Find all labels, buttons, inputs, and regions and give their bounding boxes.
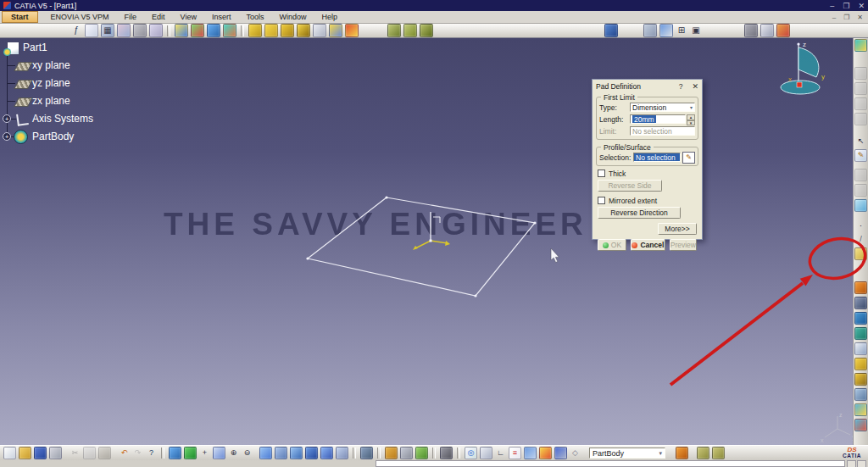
slot-icon[interactable] bbox=[854, 373, 867, 386]
battery-icon[interactable] bbox=[643, 24, 657, 37]
mean-dimensions-icon[interactable]: ≡ bbox=[509, 447, 521, 459]
remove-loft-icon[interactable] bbox=[854, 419, 867, 431]
undo-icon[interactable]: ↶ bbox=[119, 448, 130, 459]
map-icon[interactable] bbox=[191, 24, 204, 37]
solid-half-icon[interactable] bbox=[297, 24, 310, 37]
compass[interactable]: z y x bbox=[781, 41, 825, 94]
zoom-out-icon[interactable]: ⊖ bbox=[242, 448, 253, 459]
update-icon[interactable] bbox=[539, 447, 552, 459]
solid-cylinder-icon[interactable] bbox=[281, 24, 294, 37]
levels-icon[interactable] bbox=[554, 447, 567, 459]
filter-icon[interactable] bbox=[149, 24, 163, 37]
section-box-icon[interactable] bbox=[854, 199, 867, 212]
menu-item-file[interactable]: File bbox=[117, 13, 145, 21]
khaki-tool-icon-1[interactable] bbox=[697, 447, 709, 459]
solid-cone-icon[interactable] bbox=[264, 24, 278, 37]
plane-icon[interactable] bbox=[854, 247, 867, 260]
tree-item-label[interactable]: yz plane bbox=[32, 77, 70, 89]
measure-item-icon[interactable] bbox=[400, 447, 413, 459]
type-select[interactable]: Dimension ▾ bbox=[630, 103, 695, 112]
expander-icon[interactable]: + bbox=[3, 114, 11, 123]
pad-icon[interactable] bbox=[854, 281, 867, 294]
menu-item-enovia-v5-vpm[interactable]: ENOVIA V5 VPM bbox=[43, 13, 117, 21]
tree-item-label[interactable]: PartBody bbox=[32, 131, 74, 142]
zoom-in-icon[interactable]: ⊕ bbox=[228, 448, 239, 459]
help-icon[interactable]: ? bbox=[146, 448, 157, 459]
iso-view-icon[interactable] bbox=[290, 447, 303, 459]
plane-white-icon[interactable]: ◇ bbox=[570, 448, 581, 459]
save-icon[interactable] bbox=[34, 447, 47, 459]
length-input[interactable]: 20mm bbox=[630, 114, 686, 124]
workbench-icon[interactable] bbox=[854, 39, 867, 52]
menu-item-view[interactable]: View bbox=[173, 13, 204, 21]
tree-item-xy-plane[interactable]: xy plane bbox=[0, 57, 136, 75]
tree-item-zx-plane[interactable]: zx plane bbox=[0, 92, 136, 110]
axis-system-icon[interactable]: ∟ bbox=[495, 448, 506, 459]
constraint-icon[interactable] bbox=[524, 447, 537, 459]
formula-icon[interactable]: ƒ bbox=[70, 25, 82, 36]
solid-box-icon[interactable] bbox=[248, 24, 262, 37]
point-icon[interactable]: · bbox=[855, 220, 866, 231]
body-selector[interactable]: PartBody▾ bbox=[589, 448, 665, 459]
line-icon[interactable]: / bbox=[855, 234, 866, 245]
render-light-icon[interactable] bbox=[760, 24, 774, 37]
tree-root-label[interactable]: Part1 bbox=[23, 42, 47, 53]
product-structure-icon[interactable] bbox=[117, 24, 131, 37]
tree-item-yz-plane[interactable]: yz plane bbox=[0, 75, 136, 92]
calculator-icon[interactable]: ▦ bbox=[101, 24, 114, 37]
paint-icon[interactable] bbox=[175, 24, 188, 37]
tree-item-label[interactable]: xy plane bbox=[32, 59, 70, 71]
normal-view-icon[interactable] bbox=[259, 447, 272, 459]
step-down-icon[interactable]: ▾ bbox=[687, 120, 695, 126]
menu-item-edit[interactable]: Edit bbox=[144, 13, 173, 21]
catalog-browser-icon[interactable]: ◎ bbox=[465, 447, 477, 459]
menu-item-window[interactable]: Window bbox=[271, 13, 314, 21]
power-input[interactable] bbox=[376, 460, 845, 467]
tree-item-label[interactable]: zx plane bbox=[32, 95, 70, 107]
wire-box-icon[interactable] bbox=[313, 24, 326, 37]
tree-item-root[interactable]: Part1 bbox=[0, 39, 136, 57]
person-icon[interactable] bbox=[776, 24, 790, 37]
close-button[interactable]: ✕ bbox=[858, 2, 865, 10]
minimize-button[interactable]: – bbox=[830, 2, 834, 10]
checker-icon-3[interactable] bbox=[420, 24, 433, 37]
doc-minimize-button[interactable]: – bbox=[832, 14, 836, 21]
stiffener-icon[interactable] bbox=[854, 388, 867, 401]
fly-icon[interactable] bbox=[169, 447, 181, 459]
lock-icon[interactable] bbox=[133, 24, 147, 37]
print-icon[interactable] bbox=[49, 447, 62, 459]
grid-icon[interactable]: ⊞ bbox=[676, 25, 687, 36]
tree-item-label[interactable]: Axis Systems bbox=[32, 113, 93, 125]
tree-item-partbody[interactable]: +PartBody bbox=[0, 128, 136, 146]
tree-item-axis-systems[interactable]: +Axis Systems bbox=[0, 110, 136, 128]
reverse-direction-button[interactable]: Reverse Direction bbox=[598, 207, 681, 219]
groove-icon[interactable] bbox=[854, 327, 867, 340]
hide-show-icon[interactable] bbox=[360, 447, 373, 459]
rib-icon[interactable] bbox=[854, 358, 867, 370]
go-to-sketch-button[interactable]: ✎ bbox=[682, 152, 695, 164]
new-file-icon[interactable] bbox=[3, 447, 16, 459]
columns-icon[interactable] bbox=[659, 24, 673, 37]
layers-icon[interactable] bbox=[223, 24, 236, 37]
select-arrow-icon[interactable]: ↖ bbox=[855, 136, 866, 147]
profile-selection-field[interactable]: No selection bbox=[633, 153, 681, 162]
render-camera-icon[interactable] bbox=[744, 24, 758, 37]
expander-icon[interactable]: + bbox=[3, 132, 11, 141]
sphere-axis-icon[interactable] bbox=[329, 24, 342, 37]
globe-icon[interactable] bbox=[207, 24, 220, 37]
rotate-icon[interactable] bbox=[213, 447, 225, 459]
mirrored-extent-checkbox[interactable] bbox=[598, 197, 605, 204]
dialog-help-button[interactable]: ? bbox=[679, 82, 683, 91]
menu-start[interactable]: Start bbox=[2, 11, 38, 23]
open-folder-icon[interactable] bbox=[19, 447, 31, 459]
dialog-title-bar[interactable]: Pad Definition ? ✕ bbox=[593, 80, 702, 92]
maximize-button[interactable]: ❐ bbox=[843, 2, 849, 10]
clock-icon[interactable] bbox=[480, 447, 492, 459]
more-button[interactable]: More>> bbox=[658, 223, 697, 235]
lock-feature-icon[interactable] bbox=[415, 447, 428, 459]
doc-close-button[interactable]: ✕ bbox=[857, 14, 863, 21]
camera-icon[interactable] bbox=[440, 447, 453, 459]
doc-restore-button[interactable]: ❐ bbox=[843, 14, 849, 21]
cancel-button[interactable]: Cancel bbox=[631, 239, 665, 251]
select-frame-icon[interactable]: ▣ bbox=[690, 25, 702, 36]
